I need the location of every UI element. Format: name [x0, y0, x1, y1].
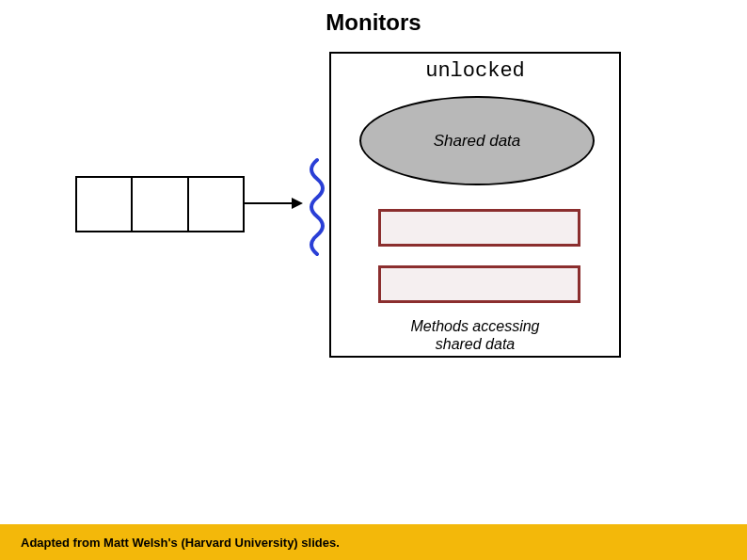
credit-text: Adapted from Matt Welsh's (Harvard Unive… — [21, 536, 340, 550]
thread-squiggle-icon — [303, 155, 331, 259]
shared-data-label: Shared data — [434, 132, 521, 151]
method-box — [378, 209, 580, 247]
queue-cell — [189, 178, 243, 231]
slide-title: Monitors — [0, 9, 747, 36]
queue-cell — [133, 178, 188, 231]
method-box — [378, 265, 580, 303]
methods-caption-line: Methods accessing — [411, 318, 540, 334]
methods-caption: Methods accessing shared data — [331, 317, 619, 353]
lock-state-label: unlocked — [331, 59, 619, 83]
shared-data-ellipse: Shared data — [359, 96, 595, 185]
credit-bar: Adapted from Matt Welsh's (Harvard Unive… — [0, 524, 747, 560]
methods-caption-line: shared data — [436, 336, 516, 352]
slide-stage: Monitors unlocked Shared data Methods ac… — [0, 0, 747, 560]
waiting-queue — [75, 176, 245, 232]
arrow-icon — [245, 202, 301, 204]
monitor-container: unlocked Shared data Methods accessing s… — [329, 52, 621, 358]
queue-cell — [77, 178, 133, 231]
